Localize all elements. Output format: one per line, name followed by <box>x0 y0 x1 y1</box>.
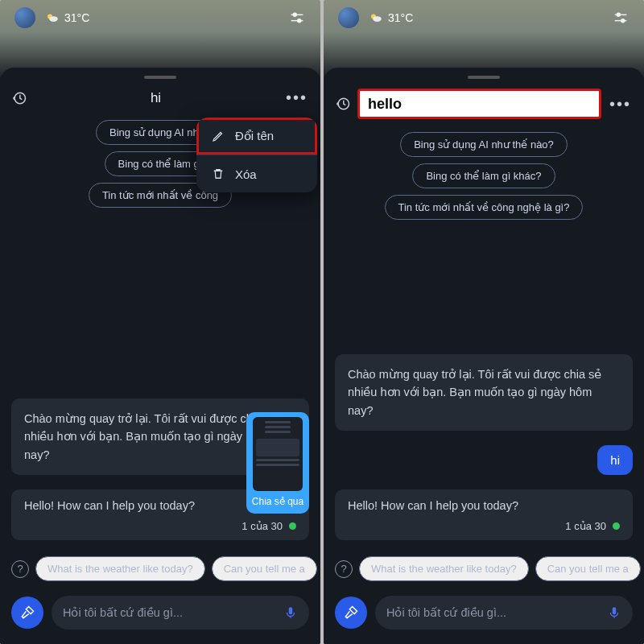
input-placeholder: Hỏi tôi bất cứ điều gì... <box>386 606 506 619</box>
svg-point-1 <box>49 16 58 22</box>
chat-title: hi <box>27 90 284 106</box>
new-topic-button[interactable] <box>11 597 43 629</box>
reply-text: Hello! How can I help you today? <box>348 499 620 512</box>
history-icon[interactable] <box>335 96 351 112</box>
chat-panel: hi ••• Đổi tên Xóa Bing sử dụng AI như t… <box>0 68 320 644</box>
settings-icon[interactable] <box>612 9 630 27</box>
suggestion-chips: Bing sử dụng AI như thế nào? Bing có thể… <box>324 129 644 226</box>
chat-panel: ••• Bing sử dụng AI như thế nào? Bing có… <box>324 68 644 644</box>
drag-handle[interactable] <box>468 76 500 79</box>
input-placeholder: Hỏi tôi bất cứ điều gì... <box>63 606 183 619</box>
rename-label: Đổi tên <box>235 129 274 143</box>
avatar[interactable] <box>14 7 35 28</box>
suggestion-chip[interactable]: Can you tell me a <box>212 556 317 581</box>
status-bar: 31°C <box>324 0 644 35</box>
drag-handle[interactable] <box>144 76 176 79</box>
share-thumbnail <box>253 417 303 491</box>
weather-icon <box>45 10 60 25</box>
chip[interactable]: Bing sử dụng AI như thế nào? <box>400 132 568 157</box>
new-topic-button[interactable] <box>335 597 367 629</box>
avatar[interactable] <box>338 7 359 28</box>
user-message: hi <box>597 445 633 475</box>
status-dot-icon <box>613 522 620 530</box>
phone-right: 31°C ••• Bing sử dụng AI như thế nào? Bi… <box>324 0 644 644</box>
reply-counter: 1 của 30 <box>242 520 283 532</box>
input-bar: Hỏi tôi bất cứ điều gì... <box>0 589 320 644</box>
reply-counter: 1 của 30 <box>565 520 606 532</box>
ai-reply-card: Hello! How can I help you today? 1 của 3… <box>335 489 633 540</box>
share-overlay[interactable]: Chia sẻ qua <box>246 412 309 514</box>
broom-icon <box>343 605 359 621</box>
temperature: 31°C <box>388 11 413 24</box>
suggestion-chip[interactable]: What is the weather like today? <box>359 556 529 581</box>
chat-input[interactable]: Hỏi tôi bất cứ điều gì... <box>52 596 309 630</box>
svg-point-9 <box>373 16 382 22</box>
input-bar: Hỏi tôi bất cứ điều gì... <box>324 589 644 644</box>
question-icon[interactable]: ? <box>11 560 29 578</box>
title-dropdown: Đổi tên Xóa <box>196 118 317 192</box>
temperature: 31°C <box>64 11 89 24</box>
reply-meta: 1 của 30 <box>24 520 296 532</box>
question-icon[interactable]: ? <box>335 560 353 578</box>
more-button[interactable]: ••• <box>284 89 309 107</box>
bottom-suggestions: ? What is the weather like today? Can yo… <box>324 548 644 589</box>
svg-rect-15 <box>613 607 617 614</box>
mic-icon[interactable] <box>283 605 298 620</box>
history-icon[interactable] <box>11 90 27 106</box>
more-button[interactable]: ••• <box>608 95 633 114</box>
broom-icon <box>19 605 35 621</box>
svg-point-4 <box>293 13 296 16</box>
bottom-suggestions: ? What is the weather like today? Can yo… <box>0 548 320 589</box>
svg-point-12 <box>617 13 620 16</box>
weather-icon <box>369 10 383 25</box>
svg-point-13 <box>621 19 625 23</box>
delete-label: Xóa <box>235 167 257 181</box>
settings-icon[interactable] <box>288 9 306 27</box>
title-bar: ••• <box>324 84 644 129</box>
title-bar: hi ••• Đổi tên Xóa <box>0 84 320 117</box>
status-bar: 31°C <box>0 0 320 35</box>
status-dot-icon <box>289 522 296 530</box>
phone-left: 31°C hi ••• Đổi tên Xóa <box>0 0 320 644</box>
svg-point-5 <box>298 19 301 23</box>
chip[interactable]: Bing có thể làm gì khác? <box>412 163 555 188</box>
reply-meta: 1 của 30 <box>348 520 620 532</box>
delete-item[interactable]: Xóa <box>196 155 317 192</box>
svg-rect-7 <box>289 607 293 614</box>
suggestion-chip[interactable]: What is the weather like today? <box>35 556 205 581</box>
chat-input[interactable]: Hỏi tôi bất cứ điều gì... <box>375 596 633 630</box>
suggestion-chip[interactable]: Can you tell me a <box>535 556 641 581</box>
share-label: Chia sẻ qua <box>252 496 303 507</box>
pencil-icon <box>211 129 225 143</box>
chip[interactable]: Tin tức mới nhất về công nghệ là gì? <box>385 195 584 220</box>
ai-message: Chào mừng quay trở lại. Tôi rất vui được… <box>335 354 633 431</box>
trash-icon <box>211 167 225 181</box>
mic-icon[interactable] <box>607 605 621 620</box>
rename-input[interactable] <box>357 89 601 119</box>
rename-item[interactable]: Đổi tên <box>196 118 317 155</box>
